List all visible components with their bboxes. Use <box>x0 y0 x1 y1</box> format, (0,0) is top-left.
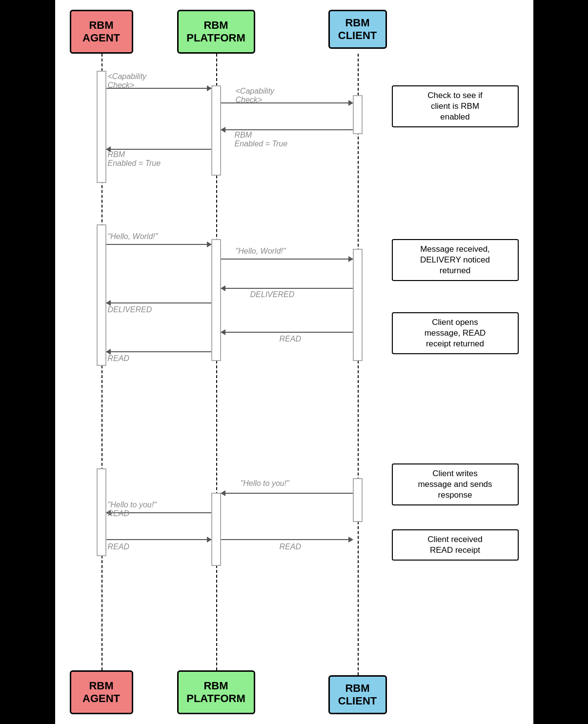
label-rbm-enabled-2: RBMEnabled = True <box>108 150 161 168</box>
label-read-2: READ <box>108 354 129 363</box>
label-read-3: READ <box>108 543 129 551</box>
lifeline-client <box>358 54 359 675</box>
activation-agent-2 <box>97 224 106 366</box>
actor-platform-bottom: RBMPLATFORM <box>177 670 255 714</box>
arrow-rbm-enabled-1 <box>221 129 353 130</box>
label-read-4: READ <box>280 543 301 551</box>
label-read-1: READ <box>280 335 301 343</box>
label-hello-to-you-1: "Hello to you!" <box>241 479 289 488</box>
activation-platform-2 <box>211 239 221 361</box>
label-hello-to-you-2: "Hello to you!"READ <box>108 501 157 518</box>
activation-agent-3 <box>97 468 106 556</box>
note-delivery: Message received,DELIVERY noticedreturne… <box>392 239 519 281</box>
actor-platform-top: RBMPLATFORM <box>177 10 255 54</box>
note-writes-message: Client writesmessage and sendsresponse <box>392 463 519 505</box>
activation-agent-1 <box>97 71 106 183</box>
label-hello-2: "Hello, World!" <box>236 247 286 256</box>
arrow-rbm-enabled-2 <box>106 149 211 150</box>
actor-client-top: RBMCLIENT <box>328 10 387 49</box>
sequence-diagram: RBM AGENT RBMPLATFORM RBMCLIENT <Capabil… <box>55 0 533 724</box>
arrow-read-1 <box>221 332 353 333</box>
label-cap-check-1: <CapabilityCheck> <box>108 72 147 90</box>
note-read: Client opensmessage, READreceipt returne… <box>392 312 519 354</box>
label-cap-check-2: <CapabilityCheck> <box>236 87 275 104</box>
arrow-hello-to-you-1 <box>221 493 353 494</box>
activation-client-1 <box>353 95 363 134</box>
arrow-read-4 <box>221 539 353 540</box>
activation-platform-3 <box>211 493 221 566</box>
label-delivered-1: DELIVERED <box>250 290 295 299</box>
note-client-read: Client receivedREAD receipt <box>392 529 519 561</box>
note-capability-check: Check to see ifclient is RBMenabled <box>392 85 519 127</box>
arrow-hello-1 <box>106 244 211 245</box>
label-delivered-2: DELIVERED <box>108 305 152 314</box>
arrow-delivered-2 <box>106 302 211 303</box>
label-hello-1: "Hello, World!" <box>108 232 158 241</box>
actor-client-bottom: RBMCLIENT <box>328 675 387 714</box>
arrow-read-2 <box>106 351 211 352</box>
activation-client-3 <box>353 478 363 522</box>
actor-agent-bottom: RBMAGENT <box>70 670 133 714</box>
label-rbm-enabled-1: RBMEnabled = True <box>235 131 288 148</box>
actor-agent-top: RBM AGENT <box>70 10 133 54</box>
arrow-read-3 <box>106 539 211 540</box>
activation-client-2 <box>353 249 363 361</box>
activation-platform-1 <box>211 85 221 176</box>
arrow-hello-2 <box>221 259 353 260</box>
arrow-delivered-1 <box>221 288 353 289</box>
